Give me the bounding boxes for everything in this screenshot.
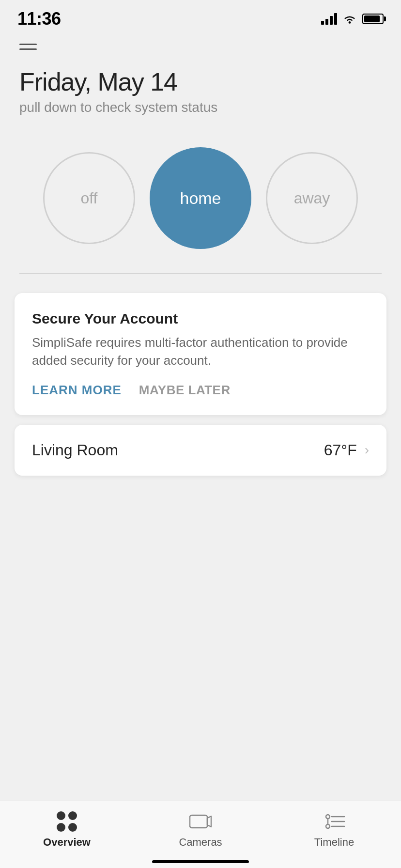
timeline-icon <box>322 811 347 832</box>
chevron-right-icon: › <box>365 442 369 458</box>
home-indicator <box>152 860 249 863</box>
living-room-card[interactable]: Living Room 67°F › <box>15 425 386 476</box>
cameras-icon <box>188 811 213 832</box>
learn-more-button[interactable]: LEARN MORE <box>32 383 122 398</box>
cards-section: Secure Your Account SimpliSafe requires … <box>0 274 401 495</box>
signal-icon <box>321 13 337 25</box>
header <box>0 34 401 55</box>
living-room-right: 67°F › <box>324 441 369 459</box>
overview-icon <box>54 811 79 832</box>
security-card-description: SimpliSafe requires multi-factor authent… <box>32 334 369 369</box>
nav-timeline[interactable]: Timeline <box>305 811 363 849</box>
security-card-title: Secure Your Account <box>32 310 369 327</box>
status-bar: 11:36 <box>0 0 401 34</box>
svg-rect-1 <box>190 815 207 828</box>
nav-cameras-label: Cameras <box>179 836 222 849</box>
date-section: Friday, May 14 pull down to check system… <box>0 55 401 123</box>
mode-selector: off home away <box>0 123 401 273</box>
maybe-later-button[interactable]: MAYBE LATER <box>139 383 231 398</box>
status-time: 11:36 <box>17 9 61 29</box>
menu-button[interactable] <box>19 44 39 50</box>
svg-point-0 <box>349 21 351 24</box>
svg-point-5 <box>326 824 330 828</box>
mode-off-button[interactable]: off <box>43 152 135 244</box>
nav-cameras[interactable]: Cameras <box>171 811 230 849</box>
date-title: Friday, May 14 <box>19 68 382 96</box>
mode-away-button[interactable]: away <box>266 152 358 244</box>
living-room-temperature: 67°F <box>324 441 357 459</box>
wifi-icon <box>343 14 356 24</box>
nav-timeline-label: Timeline <box>314 836 354 849</box>
date-subtitle: pull down to check system status <box>19 100 382 115</box>
nav-overview-label: Overview <box>43 836 91 849</box>
hamburger-line-1 <box>19 44 37 45</box>
security-card-actions: LEARN MORE MAYBE LATER <box>32 383 369 398</box>
status-icons <box>321 13 384 25</box>
bottom-nav: Overview Cameras Timeline <box>0 801 401 868</box>
nav-overview[interactable]: Overview <box>38 811 96 849</box>
security-card: Secure Your Account SimpliSafe requires … <box>15 293 386 415</box>
living-room-label: Living Room <box>32 441 118 459</box>
svg-marker-2 <box>207 816 211 827</box>
battery-icon <box>362 14 384 24</box>
hamburger-line-2 <box>19 48 37 50</box>
svg-point-3 <box>326 815 330 819</box>
mode-home-button[interactable]: home <box>150 147 251 249</box>
